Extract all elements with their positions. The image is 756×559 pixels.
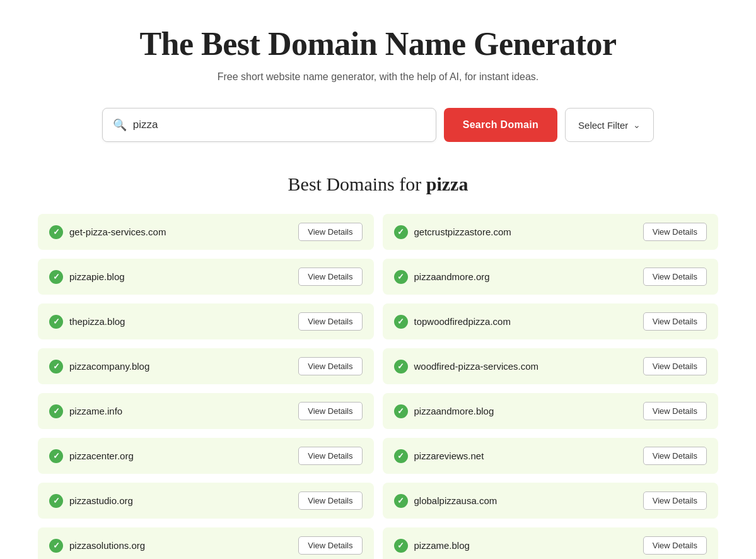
domain-item: pizzastudio.org View Details — [38, 483, 374, 519]
domain-item: pizzame.info View Details — [38, 393, 374, 429]
available-icon — [49, 449, 63, 463]
domain-name: pizzame.blog — [414, 540, 470, 551]
view-details-button[interactable]: View Details — [643, 312, 707, 331]
domain-name: pizzaandmore.org — [414, 271, 490, 282]
available-icon — [49, 404, 63, 418]
page-subtitle: Free short website name generator, with … — [38, 71, 718, 83]
domain-name: thepizza.blog — [69, 316, 125, 327]
view-details-button[interactable]: View Details — [298, 402, 362, 420]
available-icon — [394, 539, 408, 553]
view-details-button[interactable]: View Details — [298, 447, 362, 465]
domain-item: pizzacompany.blog View Details — [38, 348, 374, 384]
domain-name: getcrustpizzastore.com — [414, 227, 511, 237]
domain-left: pizzastudio.org — [49, 494, 133, 508]
select-filter-button[interactable]: Select Filter ⌄ — [565, 108, 654, 142]
domain-left: get-pizza-services.com — [49, 225, 166, 239]
domain-name: pizzasolutions.org — [69, 540, 145, 551]
available-icon — [394, 270, 408, 284]
search-icon: 🔍 — [113, 118, 127, 132]
view-details-button[interactable]: View Details — [298, 357, 362, 375]
domain-name: pizzacenter.org — [69, 450, 134, 461]
domain-left: pizzaandmore.blog — [394, 404, 494, 418]
view-details-button[interactable]: View Details — [643, 536, 707, 555]
view-details-button[interactable]: View Details — [298, 223, 362, 241]
search-domain-button[interactable]: Search Domain — [444, 108, 557, 142]
domain-name: pizzacompany.blog — [69, 361, 149, 372]
results-heading-prefix: Best Domains for — [288, 174, 426, 194]
domain-name: pizzame.info — [69, 406, 122, 416]
domain-name: pizzapie.blog — [69, 271, 125, 282]
domain-item: getcrustpizzastore.com View Details — [383, 214, 719, 250]
view-details-button[interactable]: View Details — [643, 268, 707, 286]
view-details-button[interactable]: View Details — [643, 402, 707, 420]
search-input[interactable] — [133, 119, 426, 131]
domain-item: get-pizza-services.com View Details — [38, 214, 374, 250]
domain-item: pizzasolutions.org View Details — [38, 527, 374, 559]
results-heading: Best Domains for pizza — [38, 174, 718, 195]
available-icon — [49, 360, 63, 374]
view-details-button[interactable]: View Details — [298, 268, 362, 286]
domain-item: thepizza.blog View Details — [38, 303, 374, 339]
domain-item: globalpizzausa.com View Details — [383, 483, 719, 519]
view-details-button[interactable]: View Details — [643, 491, 707, 510]
available-icon — [394, 360, 408, 374]
domain-name: pizzaandmore.blog — [414, 406, 494, 416]
domain-left: getcrustpizzastore.com — [394, 225, 511, 239]
view-details-button[interactable]: View Details — [298, 312, 362, 331]
domain-left: pizzareviews.net — [394, 449, 484, 463]
view-details-button[interactable]: View Details — [298, 491, 362, 510]
search-section: 🔍 Search Domain Select Filter ⌄ — [38, 108, 718, 142]
domain-name: pizzareviews.net — [414, 450, 484, 461]
domain-item: pizzareviews.net View Details — [383, 438, 719, 474]
filter-label: Select Filter — [578, 120, 628, 131]
available-icon — [394, 449, 408, 463]
available-icon — [49, 494, 63, 508]
view-details-button[interactable]: View Details — [643, 357, 707, 375]
domain-name: get-pizza-services.com — [69, 227, 166, 237]
domain-left: globalpizzausa.com — [394, 494, 497, 508]
domain-name: topwoodfiredpizza.com — [414, 316, 511, 327]
available-icon — [394, 494, 408, 508]
domain-name: woodfired-pizza-services.com — [414, 361, 539, 372]
domain-left: topwoodfiredpizza.com — [394, 315, 511, 329]
search-box: 🔍 — [102, 108, 436, 142]
domain-left: pizzacenter.org — [49, 449, 134, 463]
available-icon — [394, 225, 408, 239]
available-icon — [49, 270, 63, 284]
domain-item: pizzapie.blog View Details — [38, 259, 374, 295]
domain-left: thepizza.blog — [49, 315, 125, 329]
available-icon — [394, 315, 408, 329]
domain-item: topwoodfiredpizza.com View Details — [383, 303, 719, 339]
domain-name: globalpizzausa.com — [414, 495, 497, 506]
chevron-down-icon: ⌄ — [633, 120, 641, 130]
domain-item: pizzacenter.org View Details — [38, 438, 374, 474]
available-icon — [49, 539, 63, 553]
domain-item: pizzaandmore.blog View Details — [383, 393, 719, 429]
domain-left: woodfired-pizza-services.com — [394, 360, 539, 374]
domain-item: pizzaandmore.org View Details — [383, 259, 719, 295]
domains-grid: get-pizza-services.com View Details getc… — [38, 214, 718, 559]
view-details-button[interactable]: View Details — [298, 536, 362, 555]
domain-item: pizzame.blog View Details — [383, 527, 719, 559]
domain-item: woodfired-pizza-services.com View Detail… — [383, 348, 719, 384]
available-icon — [49, 225, 63, 239]
domain-left: pizzame.blog — [394, 539, 470, 553]
view-details-button[interactable]: View Details — [643, 223, 707, 241]
domain-name: pizzastudio.org — [69, 495, 133, 506]
view-details-button[interactable]: View Details — [643, 447, 707, 465]
page-title: The Best Domain Name Generator — [38, 25, 718, 62]
available-icon — [49, 315, 63, 329]
results-keyword: pizza — [426, 174, 468, 194]
available-icon — [394, 404, 408, 418]
domain-left: pizzasolutions.org — [49, 539, 145, 553]
domain-left: pizzapie.blog — [49, 270, 125, 284]
domain-left: pizzaandmore.org — [394, 270, 490, 284]
domain-left: pizzacompany.blog — [49, 360, 149, 374]
domain-left: pizzame.info — [49, 404, 122, 418]
